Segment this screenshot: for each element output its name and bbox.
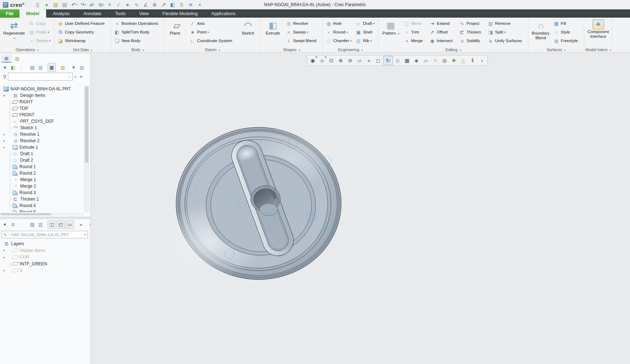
layer-expand-button[interactable]: ▤ bbox=[28, 221, 36, 229]
layer-item-intf-green[interactable]: ▸ INTF_GREEN bbox=[0, 261, 86, 268]
redo-button[interactable]: ↷ ▾ bbox=[79, 1, 88, 9]
expand-arrow-icon[interactable]: ▸ bbox=[4, 133, 8, 136]
freestyle-button[interactable]: Freestyle ▾ bbox=[552, 36, 582, 45]
sketch-button[interactable]: Sketch bbox=[237, 19, 258, 45]
layer-collapse-button[interactable]: ▥ bbox=[37, 221, 44, 229]
diameter-measure-button[interactable]: ⊘ ▾ bbox=[151, 1, 160, 9]
group-label-body[interactable]: Body ▾ bbox=[111, 48, 164, 52]
shell-button[interactable]: Shell ▾ bbox=[354, 28, 376, 36]
annotation-display-button[interactable]: △ bbox=[459, 56, 468, 65]
axis-button[interactable]: Axis ▾ bbox=[188, 19, 237, 28]
analysis-graph-button[interactable]: ≋ ▾ bbox=[187, 1, 196, 9]
clip-button[interactable]: ◗ bbox=[478, 56, 487, 65]
new-file-button[interactable]: ▯ ▾ bbox=[34, 1, 43, 9]
scrollbar-thumb[interactable] bbox=[85, 87, 88, 162]
split-button[interactable]: Split ▾ bbox=[486, 28, 526, 36]
extrude-button[interactable]: Extrude bbox=[262, 19, 283, 45]
tab-model[interactable]: Model bbox=[19, 9, 46, 18]
layer-tree-root[interactable]: ▸ Layers bbox=[0, 241, 86, 247]
sweep-button[interactable]: Sweep ▾ bbox=[284, 28, 320, 36]
group-label-get-data[interactable]: Get Data ▾ bbox=[54, 48, 111, 52]
expand-arrow-icon[interactable]: ▸ bbox=[4, 139, 8, 143]
remove-button[interactable]: Remove ▾ bbox=[486, 19, 526, 28]
material-button[interactable]: ● ▾ bbox=[43, 1, 52, 9]
hole-button[interactable]: Hole ▾ bbox=[325, 19, 353, 28]
pattern-button[interactable]: Pattern ▾ bbox=[380, 19, 401, 45]
tab-file[interactable]: File bbox=[0, 9, 19, 18]
expand-arrow-icon[interactable]: ▸ bbox=[4, 94, 8, 97]
intersect-button[interactable]: Intersect ▾ bbox=[428, 36, 457, 45]
component-interface-button[interactable]: Component Interface bbox=[586, 19, 610, 39]
refit-button[interactable]: ▱ bbox=[355, 56, 364, 65]
tree-item-design-items[interactable]: ▸ Design Items bbox=[0, 92, 84, 99]
open-button[interactable]: ▨ ▾ bbox=[52, 1, 61, 9]
group-label-operations[interactable]: Operations ▾ bbox=[0, 48, 54, 52]
tree-columns-button[interactable]: ▦ bbox=[48, 63, 56, 72]
tree-item-round-1[interactable]: ▸ Round 1 bbox=[0, 163, 84, 170]
sort-regenerate-button[interactable]: ⇅ ▾ bbox=[178, 1, 187, 9]
layers-stack-button[interactable]: ≣ bbox=[9, 221, 17, 229]
rib-button[interactable]: Rib ▾ bbox=[354, 36, 376, 45]
tree-vertical-scrollbar[interactable] bbox=[84, 86, 89, 212]
point-button[interactable]: Point ▾ bbox=[188, 28, 237, 36]
datum-tag-display-button[interactable]: ◎ bbox=[440, 56, 449, 65]
project-button[interactable]: Project ▾ bbox=[458, 19, 485, 28]
user-defined-feature-button[interactable]: User-Defined Feature ▾ bbox=[56, 19, 109, 28]
layers-menu-button[interactable]: ▾ bbox=[1, 221, 9, 229]
add-filter-button[interactable]: + bbox=[78, 74, 84, 80]
clear-filter-icon[interactable]: × bbox=[67, 75, 72, 79]
delete-button[interactable]: Delete ▾ bbox=[27, 36, 52, 45]
copy-button[interactable]: Copy ▾ bbox=[27, 19, 52, 28]
view-visibility-button[interactable]: ◉ bbox=[308, 56, 317, 65]
3d-model-cap[interactable] bbox=[91, 54, 630, 364]
pause-button[interactable]: ‖ bbox=[468, 56, 477, 65]
tree-item-thicken-1[interactable]: ▸ Thicken 1 bbox=[0, 196, 84, 202]
angle-measure-button[interactable]: ∠ ▾ bbox=[142, 1, 151, 9]
trim-button[interactable]: Trim ▾ bbox=[402, 28, 427, 36]
visibility-options-button[interactable]: ◉ bbox=[318, 56, 327, 65]
layer-item-s[interactable]: ▸ S bbox=[0, 267, 86, 274]
tree-item-round-5[interactable]: ▸ Round 5 bbox=[0, 209, 84, 212]
tree-filter-button[interactable]: ▼ bbox=[70, 63, 77, 71]
filter-dropdown-icon[interactable]: ▾ bbox=[73, 75, 78, 78]
group-label-shapes[interactable]: Shapes ▾ bbox=[260, 48, 322, 52]
tree-item-front[interactable]: ▸ FRONT bbox=[0, 112, 84, 118]
zoom-region-button[interactable]: ⊡ bbox=[327, 56, 336, 65]
datum-plane-display-button[interactable]: ▱ bbox=[421, 56, 430, 65]
datum-axis-display-button[interactable]: × bbox=[431, 56, 440, 65]
solidify-button[interactable]: Solidify ▾ bbox=[458, 36, 485, 45]
shading-button[interactable]: ● bbox=[365, 56, 374, 65]
regenerate-quick-button[interactable]: ⇄ ▾ bbox=[88, 1, 97, 9]
coordinate-system-button[interactable]: Coordinate System ▾ bbox=[188, 36, 237, 45]
offset-button[interactable]: Offset ▾ bbox=[428, 28, 457, 36]
tree-item-merge-2[interactable]: ▸ Merge 2 bbox=[0, 183, 84, 189]
curve-button[interactable]: ∿ ▾ bbox=[133, 1, 142, 9]
new-body-button[interactable]: New Body ▾ bbox=[113, 36, 162, 45]
tree-horizontal-scrollbar[interactable] bbox=[0, 213, 84, 216]
expand-arrow-icon[interactable]: ▸ bbox=[4, 256, 8, 259]
section-view-button[interactable]: ◇ bbox=[393, 56, 402, 65]
csys-display-button[interactable]: ❖ bbox=[450, 56, 459, 65]
model-tree-tab[interactable]: ⊞ bbox=[1, 55, 12, 63]
plane-button[interactable]: Plane ▾ bbox=[166, 19, 187, 45]
tree-item-prt-csys-def[interactable]: ▸ PRT_CSYS_DEF bbox=[0, 118, 84, 125]
tree-item-draft-2[interactable]: ▸ Draft 2 bbox=[0, 157, 84, 163]
view-manager-button[interactable]: ▦ bbox=[403, 56, 412, 65]
close-window-button[interactable]: × ▾ bbox=[106, 1, 115, 9]
chamfer-button[interactable]: Chamfer ▾ bbox=[325, 36, 353, 45]
undo-button[interactable]: ↶ ▾ bbox=[70, 1, 79, 9]
tab-analysis[interactable]: Analysis bbox=[46, 9, 77, 18]
revolve-button[interactable]: Revolve ▾ bbox=[284, 19, 320, 28]
group-label-datum[interactable]: Datum ▾ bbox=[165, 48, 260, 52]
copy-geometry-button[interactable]: Copy Geometry ▾ bbox=[56, 28, 109, 36]
group-label-editing[interactable]: Editing ▾ bbox=[379, 48, 528, 52]
tree-item-sketch-1[interactable]: ▸ Sketch 1 bbox=[0, 125, 84, 131]
model-tree-button[interactable]: ◧ bbox=[9, 63, 17, 71]
expand-arrow-icon[interactable]: ▸ bbox=[4, 249, 8, 252]
merge-button[interactable]: Merge ▾ bbox=[402, 36, 427, 45]
open-settings-button[interactable]: ▧ bbox=[59, 63, 67, 71]
tab-applications[interactable]: Applications bbox=[205, 9, 242, 18]
graphics-area[interactable]: ◉ ◉ ⊡ ⊕ ⊖ ▱ bbox=[91, 54, 630, 364]
expand-arrow-icon[interactable]: ▸ bbox=[4, 269, 8, 272]
column-display-button[interactable]: ▥ bbox=[78, 63, 86, 71]
